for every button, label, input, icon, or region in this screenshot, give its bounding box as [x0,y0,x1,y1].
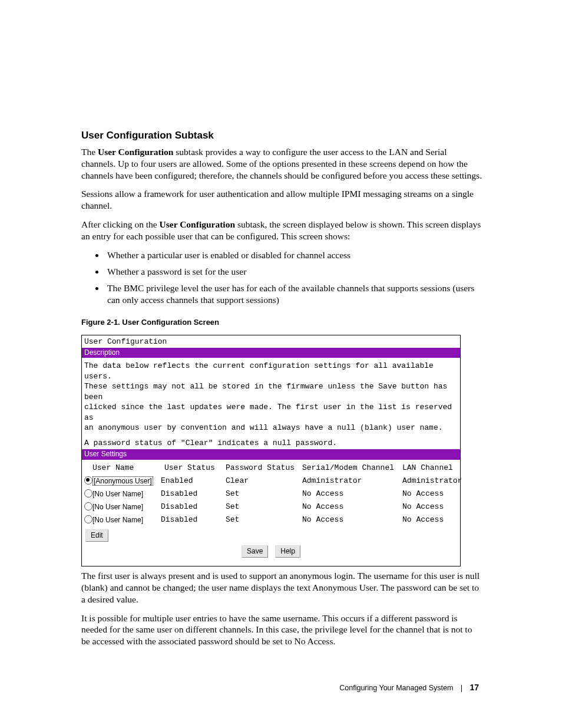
text: After clicking on the [81,219,160,229]
user-status-cell: Disabled [161,515,226,525]
paragraph-5: It is possible for multiple user entries… [81,612,482,647]
paragraph-4: The first user is always present and is … [81,570,482,605]
footer-text: Configuring Your Managed System [339,684,453,692]
user-status-cell: Enabled [161,476,226,486]
save-button[interactable]: Save [242,545,268,558]
bottom-button-row: Save Help [82,543,460,566]
col-header-status: User Status [164,463,226,473]
lan-channel-cell: Administrator [402,476,467,486]
table-row: [No User Name] Disabled Set No Access No… [84,500,458,513]
list-item: Whether a password is set for the user [105,266,482,278]
desc-line: an anonymous user by convention and will… [84,423,458,433]
bullet-list: Whether a particular user is enabled or … [81,249,482,307]
selected-user-name: [Anonymous User] [92,476,153,486]
user-status-cell: Disabled [161,502,226,512]
list-item: The BMC privilege level the user has for… [105,282,482,306]
password-status-cell: Set [226,502,302,512]
user-name-cell: [No User Name] [92,502,161,512]
user-name-cell: [No User Name] [92,515,161,525]
table-row: [No User Name] Disabled Set No Access No… [84,513,458,526]
table-header-row: User Name User Status Password Status Se… [84,462,458,475]
edit-button[interactable]: Edit [85,529,108,542]
password-status-cell: Set [226,515,302,525]
radio-button[interactable] [84,476,92,485]
user-config-screenshot: User Configuration Description The data … [81,335,461,566]
page-content: User Configuration Subtask The User Conf… [0,0,562,692]
radio-button[interactable] [84,502,92,510]
user-name-cell: [Anonymous User] [92,476,161,486]
lan-channel-cell: No Access [402,489,467,499]
text: The [81,147,98,157]
table-row: [No User Name] Disabled Set No Access No… [84,487,458,500]
user-name-cell: [No User Name] [92,489,161,499]
user-table: User Name User Status Password Status Se… [82,460,460,528]
bold-term: User Configuration [160,219,235,229]
col-header-lan: LAN Channel [402,463,467,473]
serial-channel-cell: No Access [302,489,402,499]
description-text: The data below reflects the current conf… [82,358,460,449]
lan-channel-cell: No Access [402,502,467,512]
col-header-sm: Serial/Modem Channel [302,463,402,473]
figure-caption: Figure 2-1. User Configuration Screen [81,318,482,327]
desc-line: The data below reflects the current conf… [84,361,458,381]
password-status-cell: Clear [226,476,302,486]
serial-channel-cell: No Access [302,515,402,525]
password-status-cell: Set [226,489,302,499]
table-row: [Anonymous User] Enabled Clear Administr… [84,475,458,487]
desc-line: These settings may not all be stored in … [84,381,458,402]
serial-channel-cell: No Access [302,502,402,512]
desc-line: clicked since the last updates were made… [84,402,458,423]
paragraph-3: After clicking on the User Configuration… [81,219,482,242]
page-number: 17 [470,683,479,692]
paragraph-2: Sessions allow a framework for user auth… [81,188,482,212]
description-bar: Description [82,348,460,358]
user-settings-bar: User Settings [82,449,460,459]
footer-separator [461,685,462,692]
col-header-pw: Password Status [226,463,302,473]
radio-button[interactable] [84,489,92,498]
col-header-name: User Name [92,463,164,473]
paragraph-1: The User Configuration subtask provides … [81,146,482,181]
list-item: Whether a particular user is enabled or … [105,249,482,261]
bold-term: User Configuration [98,147,173,157]
serial-channel-cell: Administrator [302,476,402,486]
lan-channel-cell: No Access [402,515,467,525]
edit-button-row: Edit [82,528,460,543]
desc-line: A password status of "Clear" indicates a… [84,438,458,449]
page-footer: Configuring Your Managed System 17 [81,683,482,692]
radio-button[interactable] [84,515,92,523]
user-status-cell: Disabled [161,489,226,499]
section-heading: User Configuration Subtask [81,130,482,141]
help-button[interactable]: Help [275,545,300,558]
window-title: User Configuration [82,335,460,348]
